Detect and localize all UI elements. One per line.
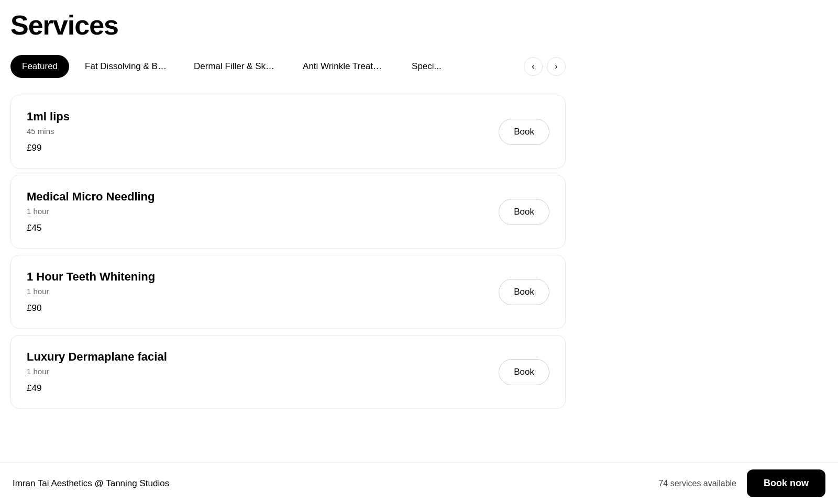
service-duration-luxury-dermaplane-facial: 1 hour (27, 367, 167, 376)
book-button-medical-micro-needling[interactable]: Book (499, 199, 549, 225)
service-name-luxury-dermaplane-facial: Luxury Dermaplane facial (27, 350, 167, 364)
tabs-next-button[interactable]: › (547, 57, 566, 76)
footer-venue: Imran Tai Aesthetics @ Tanning Studios (13, 478, 169, 489)
service-duration-1ml-lips: 45 mins (27, 127, 70, 136)
service-name-1ml-lips: 1ml lips (27, 110, 70, 124)
service-duration-medical-micro-needling: 1 hour (27, 207, 155, 216)
footer-right: 74 services available Book now (658, 469, 825, 497)
services-list: 1ml lips45 mins£99BookMedical Micro Need… (10, 95, 566, 409)
book-button-1ml-lips[interactable]: Book (499, 119, 549, 145)
service-card-medical-micro-needling: Medical Micro Needling1 hour£45Book (10, 175, 566, 249)
tab-fat-dissolving[interactable]: Fat Dissolving & Body Cont... (73, 55, 178, 78)
footer-services-count: 74 services available (658, 479, 736, 488)
page-title: Services (10, 10, 566, 40)
book-button-luxury-dermaplane-facial[interactable]: Book (499, 359, 549, 385)
service-info-medical-micro-needling: Medical Micro Needling1 hour£45 (27, 190, 155, 233)
tab-anti-wrinkle[interactable]: Anti Wrinkle Treatment (291, 55, 396, 78)
service-name-medical-micro-needling: Medical Micro Needling (27, 190, 155, 204)
category-tabs: FeaturedFat Dissolving & Body Cont...Der… (10, 55, 566, 78)
service-price-luxury-dermaplane-facial: £49 (27, 383, 167, 394)
service-price-1-hour-teeth-whitening: £90 (27, 303, 155, 313)
book-now-button[interactable]: Book now (747, 469, 825, 497)
service-card-1-hour-teeth-whitening: 1 Hour Teeth Whitening1 hour£90Book (10, 255, 566, 329)
service-info-luxury-dermaplane-facial: Luxury Dermaplane facial1 hour£49 (27, 350, 167, 394)
tab-dermal-filler[interactable]: Dermal Filler & Skin Boosters (182, 55, 287, 78)
service-duration-1-hour-teeth-whitening: 1 hour (27, 287, 155, 296)
service-info-1ml-lips: 1ml lips45 mins£99 (27, 110, 70, 153)
service-name-1-hour-teeth-whitening: 1 Hour Teeth Whitening (27, 270, 155, 284)
service-info-1-hour-teeth-whitening: 1 Hour Teeth Whitening1 hour£90 (27, 270, 155, 313)
service-card-luxury-dermaplane-facial: Luxury Dermaplane facial1 hour£49Book (10, 335, 566, 409)
service-card-1ml-lips: 1ml lips45 mins£99Book (10, 95, 566, 169)
service-price-1ml-lips: £99 (27, 143, 70, 153)
footer-bar: Imran Tai Aesthetics @ Tanning Studios 7… (0, 462, 838, 504)
tab-special[interactable]: Speci... (400, 55, 453, 78)
book-button-1-hour-teeth-whitening[interactable]: Book (499, 279, 549, 305)
tabs-prev-button[interactable]: ‹ (524, 57, 543, 76)
tab-featured[interactable]: Featured (10, 55, 69, 78)
service-price-medical-micro-needling: £45 (27, 223, 155, 233)
